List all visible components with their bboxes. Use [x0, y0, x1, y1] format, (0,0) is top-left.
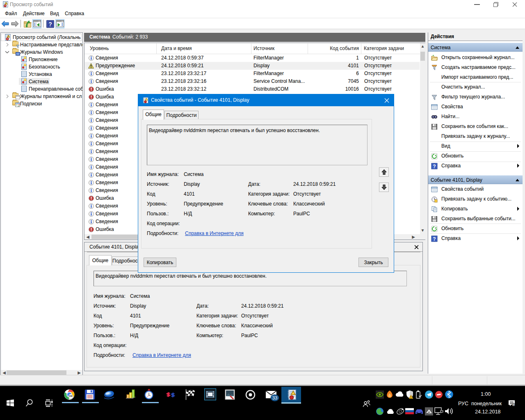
svg-text:?: ?: [433, 236, 436, 242]
svg-text:?: ?: [433, 164, 436, 169]
svg-text:33: 33: [272, 395, 277, 400]
svg-text:⚙: ⚙: [512, 404, 515, 406]
svg-text:?: ?: [48, 21, 52, 27]
